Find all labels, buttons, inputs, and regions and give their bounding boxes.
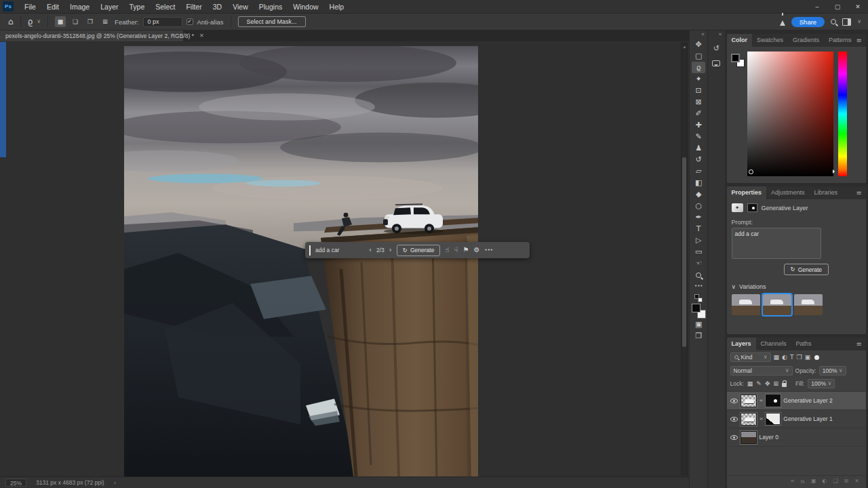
link-layers-icon[interactable]: ∞ bbox=[790, 479, 795, 485]
menu-layer[interactable]: Layer bbox=[95, 0, 123, 14]
layer-row-layer-0[interactable]: Layer 0 bbox=[727, 428, 866, 447]
expand-dock-icon[interactable]: « bbox=[708, 30, 725, 39]
new-selection-button[interactable]: ■ bbox=[55, 16, 66, 27]
document-tab[interactable]: pexels-angelo-duranti-3512848.jpg @ 25% … bbox=[0, 30, 183, 41]
tab-adjustments[interactable]: Adjustments bbox=[766, 186, 810, 199]
fill-input[interactable]: 100% ∨ bbox=[808, 379, 835, 388]
settings-icon[interactable]: ⚙ bbox=[474, 247, 480, 253]
close-button[interactable]: ✕ bbox=[848, 0, 868, 14]
lock-artboard-icon[interactable]: ⊞ bbox=[773, 381, 778, 387]
menu-select[interactable]: Select bbox=[150, 0, 180, 14]
tab-channels[interactable]: Channels bbox=[756, 338, 791, 350]
layer-row-generative-2[interactable]: ∞ Generative Layer 2 bbox=[727, 392, 866, 410]
search-icon[interactable] bbox=[831, 19, 836, 24]
menu-help[interactable]: Help bbox=[324, 0, 350, 14]
tab-layers[interactable]: Layers bbox=[727, 338, 756, 350]
lock-all-icon[interactable] bbox=[782, 383, 787, 387]
next-variation-icon[interactable]: › bbox=[389, 247, 392, 253]
blend-mode-dropdown[interactable]: Normal ∨ bbox=[730, 366, 793, 375]
lock-pixels-icon[interactable]: ✎ bbox=[756, 381, 762, 387]
layer-mask-thumbnail[interactable] bbox=[766, 413, 781, 425]
eraser-tool[interactable]: ▱ bbox=[692, 165, 705, 177]
delete-layer-icon[interactable]: ✕ bbox=[854, 479, 859, 485]
kind-filter-dropdown[interactable]: Kind ∨ bbox=[730, 352, 771, 362]
menu-type[interactable]: Type bbox=[123, 0, 150, 14]
filter-adjustment-icon[interactable]: ◐ bbox=[782, 354, 787, 361]
crop-tool[interactable]: ⊡ bbox=[692, 85, 705, 96]
status-chevron-icon[interactable]: › bbox=[114, 480, 116, 486]
opacity-input[interactable]: 100% ∨ bbox=[819, 366, 846, 375]
menu-3d[interactable]: 3D bbox=[208, 0, 227, 14]
menu-view[interactable]: View bbox=[227, 0, 254, 14]
zoom-level[interactable]: 25% bbox=[5, 479, 26, 487]
history-panel-icon[interactable]: ↺ bbox=[710, 43, 722, 54]
visibility-eye-icon[interactable] bbox=[730, 399, 738, 403]
pen-tool[interactable]: ✒ bbox=[692, 211, 705, 223]
blur-tool[interactable]: ◆ bbox=[692, 188, 705, 200]
document-info[interactable]: 3131 px x 4683 px (72 ppi) bbox=[33, 479, 107, 486]
tab-color[interactable]: Color bbox=[727, 34, 753, 47]
maximize-button[interactable]: ▢ bbox=[827, 0, 848, 14]
type-tool[interactable]: T bbox=[692, 223, 705, 235]
intersect-selection-button[interactable]: ⊞ bbox=[100, 16, 111, 27]
tab-gradients[interactable]: Gradients bbox=[788, 34, 824, 47]
layer-thumbnail[interactable] bbox=[741, 394, 757, 407]
menu-image[interactable]: Image bbox=[64, 0, 95, 14]
adjustment-layer-icon[interactable]: ◐ bbox=[822, 479, 827, 485]
filter-toggle[interactable] bbox=[814, 355, 819, 360]
saturation-box[interactable] bbox=[747, 52, 833, 176]
antialias-checkbox[interactable]: ✓ bbox=[186, 18, 193, 25]
select-and-mask-button[interactable]: Select and Mask... bbox=[238, 16, 306, 27]
visibility-eye-icon[interactable] bbox=[730, 417, 738, 422]
feather-input[interactable]: 0 px bbox=[143, 17, 182, 27]
variation-thumbnail-3[interactable] bbox=[794, 294, 823, 315]
home-icon[interactable]: ⌂ bbox=[8, 18, 14, 26]
prompt-textarea[interactable]: add a car bbox=[732, 228, 821, 259]
close-tab-icon[interactable]: ✕ bbox=[199, 33, 204, 39]
edit-toolbar-button[interactable]: ••• bbox=[692, 281, 705, 292]
menu-filter[interactable]: Filter bbox=[180, 0, 207, 14]
add-mask-icon[interactable]: ▣ bbox=[811, 479, 816, 485]
canvas-area[interactable]: add a car ‹ 2/3 › ↻ Generate ☝ ☟ ⚑ ⚙ •••… bbox=[0, 41, 689, 476]
canvas-image[interactable] bbox=[124, 46, 478, 476]
lock-transparency-icon[interactable]: ▦ bbox=[747, 381, 753, 387]
chevron-down-icon[interactable]: ∨ bbox=[857, 19, 861, 24]
visibility-eye-icon[interactable] bbox=[730, 435, 738, 440]
lasso-tool-icon[interactable]: ϱ bbox=[28, 18, 33, 26]
layer-thumbnail[interactable] bbox=[741, 413, 757, 426]
foreground-background-swatches[interactable] bbox=[691, 304, 706, 319]
clone-stamp-tool[interactable]: ♟ bbox=[692, 142, 705, 154]
tech-preview-icon[interactable] bbox=[780, 20, 785, 26]
canvas-vertical-scrollbar[interactable]: ▲ bbox=[681, 43, 688, 475]
more-options-icon[interactable]: ••• bbox=[485, 248, 493, 253]
menu-edit[interactable]: Edit bbox=[41, 0, 64, 14]
filter-pixel-icon[interactable]: ▦ bbox=[774, 354, 780, 361]
layer-name[interactable]: Layer 0 bbox=[760, 434, 778, 441]
minimize-button[interactable]: – bbox=[807, 0, 827, 14]
layer-name[interactable]: Generative Layer 2 bbox=[783, 397, 832, 404]
lasso-tool[interactable]: ϱ bbox=[692, 62, 705, 73]
variations-chevron-icon[interactable]: ∨ bbox=[732, 284, 736, 290]
spot-healing-tool[interactable]: ✚ bbox=[692, 119, 705, 131]
eyedropper-tool[interactable]: ✐ bbox=[692, 108, 705, 119]
filter-smart-object-icon[interactable]: ▣ bbox=[804, 354, 810, 361]
screen-mode-button[interactable]: ❐ bbox=[692, 330, 705, 342]
panel-menu-icon[interactable]: ≡ bbox=[856, 34, 866, 47]
color-cursor[interactable] bbox=[749, 169, 753, 174]
layer-mask-thumbnail[interactable] bbox=[766, 394, 781, 407]
dodge-tool[interactable]: ○ bbox=[692, 200, 705, 211]
panel-menu-icon[interactable]: ≡ bbox=[856, 338, 866, 350]
menu-file[interactable]: File bbox=[19, 0, 41, 14]
layer-name[interactable]: Generative Layer 1 bbox=[783, 415, 832, 422]
quick-mask-button[interactable]: ▣ bbox=[692, 319, 705, 330]
subtract-selection-button[interactable]: ❐ bbox=[85, 16, 96, 27]
frame-tool[interactable]: ⊠ bbox=[692, 96, 705, 108]
hand-tool[interactable]: ☜ bbox=[692, 258, 705, 269]
comments-panel-icon[interactable] bbox=[710, 58, 722, 68]
chevron-down-icon[interactable]: ∨ bbox=[37, 19, 41, 24]
scrollbar-thumb[interactable] bbox=[682, 157, 686, 347]
previous-variation-icon[interactable]: ‹ bbox=[369, 247, 372, 253]
generate-button[interactable]: ↻ Generate bbox=[397, 245, 441, 256]
history-brush-tool[interactable]: ↺ bbox=[692, 154, 705, 165]
menu-window[interactable]: Window bbox=[288, 0, 323, 14]
